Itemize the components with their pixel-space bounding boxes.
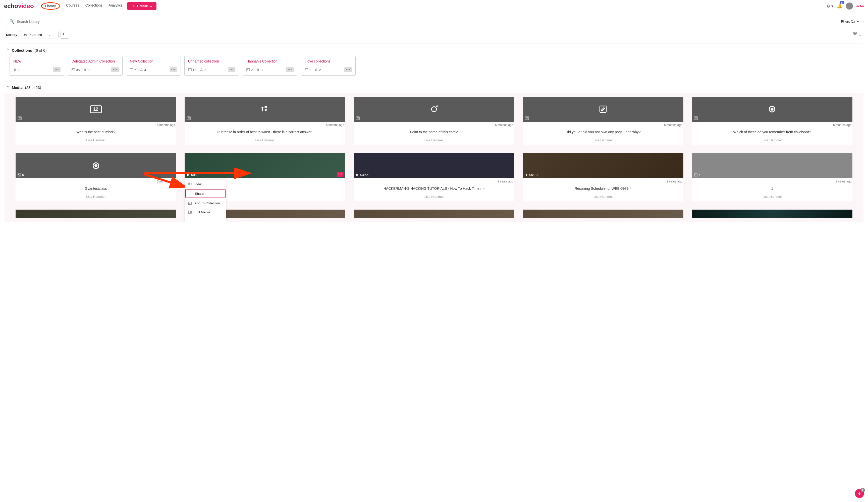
thumbnail[interactable] <box>692 97 852 122</box>
thumbnail[interactable]: 7 <box>692 153 852 178</box>
thumbnail[interactable]: 03:56 <box>354 153 514 178</box>
card-title[interactable]: Which of these do you remember from chil… <box>692 127 852 137</box>
card-author[interactable]: Lisa Hammet <box>692 137 852 145</box>
thumbnail[interactable] <box>523 97 683 122</box>
collection-card[interactable]: Hannah's Collection 2 3••• <box>242 56 297 75</box>
thumbnail[interactable] <box>354 97 514 122</box>
menu-share[interactable]: Share <box>185 189 226 198</box>
card-author[interactable]: Lisa Hammet <box>692 193 852 201</box>
sort-select[interactable]: Date Created ⌄ <box>20 31 59 39</box>
thumbnail[interactable]: 5 <box>16 153 176 178</box>
collection-title[interactable]: I love collections <box>304 59 352 63</box>
collection-card[interactable]: Unnamed collection 16 2••• <box>184 56 239 75</box>
card-author[interactable]: Lisa Hammet <box>523 193 683 201</box>
media-card[interactable]: 6 months ago Point to the name of this c… <box>354 97 514 145</box>
collapse-icon[interactable]: ⌃ <box>6 85 9 90</box>
collection-more-button[interactable]: ••• <box>53 67 61 72</box>
collection-meta: 1••• <box>13 67 61 72</box>
collection-title[interactable]: Delegated Admin Collection <box>72 59 119 63</box>
logo[interactable]: echovideo <box>4 2 34 10</box>
media-card[interactable]: 6 months ago Put these in order of best … <box>185 97 345 145</box>
card-title[interactable]: 1 <box>692 184 852 193</box>
filters-button[interactable]: Filters (1) + <box>837 20 859 23</box>
card-author[interactable]: Lisa Hammet <box>16 137 176 145</box>
thumbnail[interactable] <box>692 210 852 218</box>
svg-point-14 <box>189 69 189 70</box>
nav-library[interactable]: Library <box>41 2 60 10</box>
thumbnail[interactable]: 05:10 <box>523 153 683 178</box>
svg-rect-13 <box>188 69 192 71</box>
media-more-button[interactable]: ••• <box>337 172 344 177</box>
card-title[interactable]: Did you or did you not own any pogs - an… <box>523 127 683 137</box>
film-icon <box>188 210 192 214</box>
card-title[interactable]: HACKERMAN-S HACKING TUTORIALS - How To H… <box>354 184 514 193</box>
media-card[interactable] <box>692 210 852 218</box>
media-card[interactable] <box>354 210 514 218</box>
thumbnail[interactable] <box>354 210 514 218</box>
avatar[interactable] <box>846 2 853 10</box>
card-title[interactable]: Recurring Schedule for WEB-5989 4 <box>523 184 683 193</box>
collection-title[interactable]: New Collection <box>130 59 177 63</box>
nav-analytics[interactable]: Analytics <box>108 2 123 10</box>
echo-small-logo[interactable]: echo <box>856 4 864 8</box>
collection-title[interactable]: Hannah's Collection <box>246 59 293 63</box>
media-card[interactable] <box>16 210 176 218</box>
users-icon <box>256 68 260 72</box>
thumbnail[interactable] <box>523 210 683 218</box>
card-author[interactable]: Lisa Hammet <box>523 137 683 145</box>
media-card[interactable]: 05:10 2 years ago Recurring Schedule for… <box>523 153 683 201</box>
media-card[interactable]: 7 2 years ago 1 Lisa Hammet <box>692 153 852 201</box>
media-icon <box>72 68 75 72</box>
card-author[interactable]: Lisa Hammet <box>354 193 514 201</box>
menu-view[interactable]: View <box>185 179 226 188</box>
thumbnail[interactable]: 00:28••• <box>185 153 345 178</box>
media-icon <box>130 68 133 72</box>
svg-rect-66 <box>694 174 697 176</box>
card-author[interactable]: Lisa Hammet <box>16 193 176 201</box>
card-title[interactable]: Gyantestclass <box>16 184 176 193</box>
view-toggle[interactable]: ⌄ <box>853 32 862 37</box>
media-card[interactable]: 12 6 months ago What's the best number? … <box>16 97 176 145</box>
collection-card[interactable]: NEW 1••• <box>10 56 64 75</box>
media-card[interactable]: 03:56 2 years ago HACKERMAN-S HACKING TU… <box>354 153 514 201</box>
collection-more-button[interactable]: ••• <box>111 67 119 72</box>
collection-more-button[interactable]: ••• <box>344 67 352 72</box>
collection-title[interactable]: Unnamed collection <box>188 59 235 63</box>
gear-icon[interactable]: ⚙ ▾ <box>827 4 833 9</box>
card-title[interactable]: What's the best number? <box>16 127 176 137</box>
collection-card[interactable]: New Collection 7 4••• <box>126 56 181 75</box>
collection-card[interactable]: Delegated Admin Collection 35 9••• <box>68 56 123 75</box>
media-card[interactable] <box>523 210 683 218</box>
collapse-icon[interactable]: ⌃ <box>6 48 9 52</box>
media-card[interactable]: 6 months ago Which of these do you remem… <box>692 97 852 145</box>
collection-title[interactable]: NEW <box>13 59 61 63</box>
header-right: ⚙ ▾ 🔔13 echo <box>827 2 864 10</box>
sort-direction-button[interactable] <box>61 31 69 39</box>
chevron-down-icon: ⌄ <box>149 4 153 8</box>
card-author[interactable]: Lisa Hammet <box>354 137 514 145</box>
thumbnail[interactable] <box>16 210 176 218</box>
media-card[interactable]: 6 months ago Did you or did you not own … <box>523 97 683 145</box>
card-title[interactable]: Point to the name of this comic <box>354 127 514 137</box>
bell-icon[interactable]: 🔔13 <box>837 3 843 9</box>
card-title[interactable]: Put these in order of best to worst - th… <box>185 127 345 137</box>
media-card[interactable]: 00:28••• View Share Add To Collection Ed… <box>185 153 345 201</box>
search-input[interactable] <box>17 20 834 24</box>
svg-point-17 <box>247 69 248 70</box>
collection-more-button[interactable]: ••• <box>286 67 293 72</box>
menu-more-actions[interactable]: More Actions⌄ <box>185 219 226 222</box>
card-author[interactable]: Lisa Hammet <box>185 137 345 145</box>
create-button[interactable]: ✨ Create ⌄ <box>127 2 156 10</box>
media-card[interactable]: 5 6 months ago Gyantestclass Lisa Hammet <box>16 153 176 201</box>
svg-point-18 <box>257 69 259 70</box>
nav-collections[interactable]: Collections <box>85 2 103 10</box>
collection-more-button[interactable]: ••• <box>228 67 235 72</box>
thumbnail[interactable]: 12 <box>16 97 176 122</box>
card-date: 2 years ago <box>354 178 514 184</box>
collection-card[interactable]: I love collections 1 2••• <box>301 56 355 75</box>
collection-more-button[interactable]: ••• <box>169 67 177 72</box>
thumbnail[interactable] <box>185 97 345 122</box>
nav-courses[interactable]: Courses <box>66 2 79 10</box>
menu-add-collection[interactable]: Add To Collection <box>185 199 226 208</box>
menu-edit-media[interactable]: Edit Media <box>185 208 226 217</box>
